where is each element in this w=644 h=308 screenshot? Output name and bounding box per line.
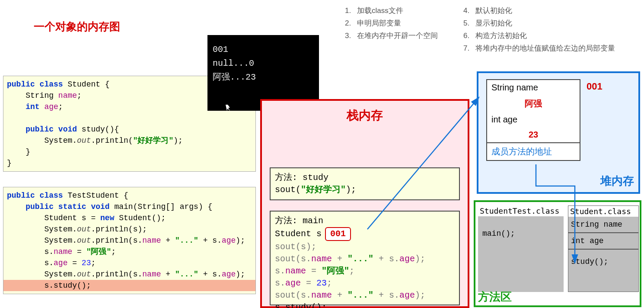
- method-address-link: 成员方法的地址: [487, 143, 580, 160]
- object-address: 001: [587, 81, 603, 92]
- method-area-title: 方法区: [478, 289, 512, 305]
- method-area: StudentTest.class main(); Student.class …: [474, 200, 641, 307]
- steps-list-1: 1.加载class文件 2.申明局部变量 3.在堆内存中开辟一个空间: [345, 6, 438, 43]
- stack-memory-area: 栈内存 方法: study sout("好好学习"); 方法: main Stu…: [260, 99, 469, 308]
- class-box-studenttest: StudentTest.class main();: [478, 205, 564, 292]
- stack-frame-study: 方法: study sout("好好学习");: [270, 167, 460, 200]
- cursor-icon: [226, 105, 230, 111]
- stack-frame-main: 方法: main Student s001 sout(s); sout(s.na…: [270, 211, 460, 305]
- code-teststudent-class: public class TestStudent { public static…: [3, 187, 256, 294]
- class-box-student: Student.class String name int age study(…: [568, 205, 639, 292]
- heap-memory-area: 001 String name 阿强 int age 23 成员方法的地址 堆内…: [477, 71, 640, 194]
- heap-title: 堆内存: [600, 173, 634, 189]
- heap-address-ref: 001: [325, 227, 351, 241]
- diagram-title: 一个对象的内存图: [34, 19, 120, 34]
- stack-title: 栈内存: [262, 107, 468, 124]
- steps-list-2: 4.默认初始化 5.显示初始化 6.构造方法初始化 7.将堆内存中的地址值赋值给…: [463, 6, 615, 56]
- student-object: String name 阿强 int age 23 成员方法的地址: [486, 79, 580, 161]
